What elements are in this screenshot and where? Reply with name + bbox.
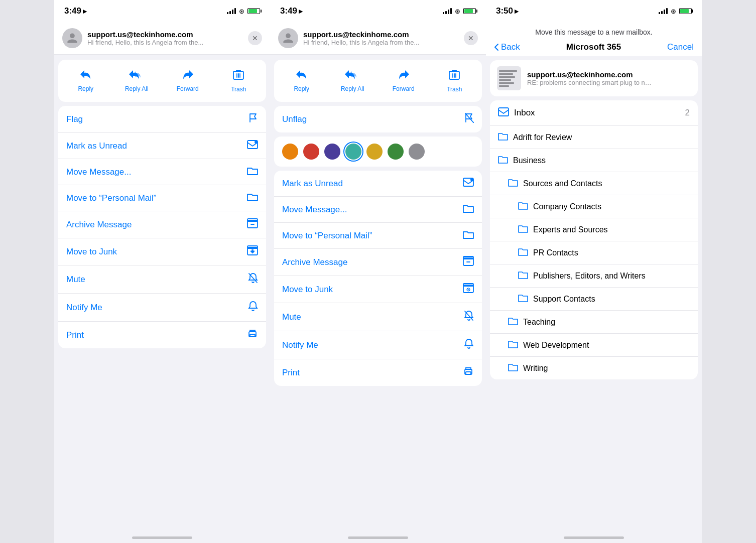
mark-unread-item-1[interactable]: Mark as Unread [58, 133, 266, 159]
flag-item-1[interactable]: Flag [58, 106, 266, 133]
bell-slash-icon-1 [248, 273, 258, 286]
notify-item-2[interactable]: Notify Me [274, 331, 482, 359]
folder-web-dev[interactable]: Web Development [490, 334, 698, 357]
mute-label-2: Mute [282, 312, 301, 322]
archive-icon-1 [247, 218, 258, 231]
time-2: 3:49 [280, 6, 297, 16]
email-from-1: support.us@teckinhome.com [87, 30, 243, 39]
location-arrow-2: ▶ [299, 8, 303, 15]
flag-label-1: Flag [66, 114, 83, 124]
move-hint: Move this message to a new mailbox. [494, 24, 694, 38]
folder-publishers[interactable]: Publishers, Editors, and Writers [490, 264, 698, 288]
swatch-teal[interactable] [345, 144, 361, 160]
junk-icon-1 [247, 245, 258, 258]
email-header-1: support.us@teckinhome.com Hi friend, Hel… [54, 22, 270, 55]
email-header-2: support.us@teckinhome.com Hi friend, Hel… [270, 22, 486, 55]
mute-item-1[interactable]: Mute [58, 265, 266, 294]
email-preview-text-1: Hi friend, Hello, this is Angela from th… [87, 39, 243, 46]
trash-button-2[interactable]: Trash [431, 64, 478, 98]
phone-3: 3:50 ▶ ⊛ Move this message to a new mail… [486, 0, 702, 543]
archive-item-1[interactable]: Archive Message [58, 211, 266, 238]
action-buttons-1: Reply Reply All Forward Trash [58, 60, 266, 102]
mute-item-2[interactable]: Mute [274, 303, 482, 331]
folder-personal-icon-2 [463, 230, 474, 241]
email-from-2: support.us@teckinhome.com [303, 30, 459, 39]
inbox-left-3: Inbox [498, 107, 535, 118]
signal-icon-3 [659, 8, 668, 14]
mark-unread-item-2[interactable]: Mark as Unread [274, 171, 482, 197]
inbox-row-3[interactable]: Inbox 2 [490, 100, 698, 126]
move-personal-item-1[interactable]: Move to “Personal Mail” [58, 185, 266, 211]
reply-icon-2 [295, 69, 308, 83]
forward-button-2[interactable]: Forward [380, 64, 427, 98]
color-swatches-2 [274, 137, 482, 167]
folder-label-business: Business [513, 156, 546, 165]
email-info-1: support.us@teckinhome.com Hi friend, Hel… [87, 30, 243, 46]
reply-all-button-2[interactable]: Reply All [329, 64, 376, 98]
swatch-green[interactable] [388, 144, 404, 160]
svg-rect-10 [250, 334, 255, 337]
swatch-orange[interactable] [282, 144, 298, 160]
mailbox-list-3: Inbox 2 Adrift for Review Business [486, 96, 702, 543]
move-personal-item-2[interactable]: Move to “Personal Mail” [274, 223, 482, 249]
reply-label-2: Reply [294, 85, 309, 92]
folder-sources-contacts[interactable]: Sources and Contacts [490, 172, 698, 195]
folder-icon-business [498, 155, 508, 166]
reply-all-button-1[interactable]: Reply All [113, 64, 161, 98]
archive-item-2[interactable]: Archive Message [274, 249, 482, 276]
move-message-item-2[interactable]: Move Message... [274, 197, 482, 223]
inbox-label-3: Inbox [514, 108, 535, 118]
forward-button-1[interactable]: Forward [164, 64, 211, 98]
svg-line-20 [467, 289, 469, 291]
junk-item-1[interactable]: Move to Junk [58, 238, 266, 265]
back-label-3: Back [501, 42, 520, 52]
time-1: 3:49 [64, 6, 81, 16]
close-button-2[interactable]: ✕ [464, 31, 478, 45]
envelope-icon-1 [247, 140, 258, 152]
move-message-item-1[interactable]: Move Message... [58, 159, 266, 185]
trash-button-1[interactable]: Trash [215, 64, 263, 98]
folder-adrift[interactable]: Adrift for Review [490, 126, 698, 149]
archive-label-1: Archive Message [66, 220, 132, 230]
folder-teaching[interactable]: Teaching [490, 311, 698, 334]
mark-unread-label-1: Mark as Unread [66, 141, 127, 151]
reply-button-2[interactable]: Reply [278, 64, 325, 98]
folder-business[interactable]: Business [490, 149, 698, 172]
print-item-2[interactable]: Print [274, 359, 482, 386]
folder-company-contacts[interactable]: Company Contacts [490, 195, 698, 218]
nav-title-3: Microsoft 365 [566, 42, 621, 52]
folder-experts[interactable]: Experts and Sources [490, 218, 698, 241]
inbox-section-3: Inbox 2 Adrift for Review Business [490, 100, 698, 379]
swatch-purple[interactable] [324, 144, 340, 160]
menu-section-2b: Mark as Unread Move Message... Move to “… [274, 171, 482, 386]
close-button-1[interactable]: ✕ [248, 31, 262, 45]
cancel-button-3[interactable]: Cancel [667, 42, 694, 52]
location-arrow-3: ▶ [515, 8, 519, 15]
notify-item-1[interactable]: Notify Me [58, 294, 266, 322]
junk-icon-2 [463, 283, 474, 296]
preview-from-3: support.us@teckinhome.com [527, 70, 653, 79]
print-item-1[interactable]: Print [58, 322, 266, 348]
inbox-count-3: 2 [685, 108, 690, 118]
folder-pr[interactable]: PR Contacts [490, 241, 698, 264]
back-button-3[interactable]: Back [494, 42, 520, 52]
folder-writing[interactable]: Writing [490, 357, 698, 379]
reply-button-1[interactable]: Reply [62, 64, 109, 98]
reply-icon-1 [79, 69, 92, 83]
folder-label-publishers: Publishers, Editors, and Writers [533, 272, 646, 281]
junk-item-2[interactable]: Move to Junk [274, 276, 482, 303]
junk-label-1: Move to Junk [66, 247, 117, 257]
move-personal-label-1: Move to “Personal Mail” [66, 193, 157, 203]
battery-icon-2 [463, 8, 476, 14]
unflag-item-2[interactable]: Unflag [274, 106, 482, 132]
inbox-icon-3 [498, 107, 509, 118]
swatch-yellow[interactable] [366, 144, 383, 160]
folder-icon-teaching [508, 317, 518, 327]
email-preview-row-3: support.us@teckinhome.com RE: problems c… [490, 60, 698, 96]
swatch-gray[interactable] [409, 144, 425, 160]
swatch-red[interactable] [303, 144, 319, 160]
folder-personal-icon-1 [247, 192, 258, 204]
reply-all-icon-2 [345, 69, 360, 83]
folder-label-experts: Experts and Sources [533, 225, 608, 234]
folder-support-contacts[interactable]: Support Contacts [490, 288, 698, 311]
